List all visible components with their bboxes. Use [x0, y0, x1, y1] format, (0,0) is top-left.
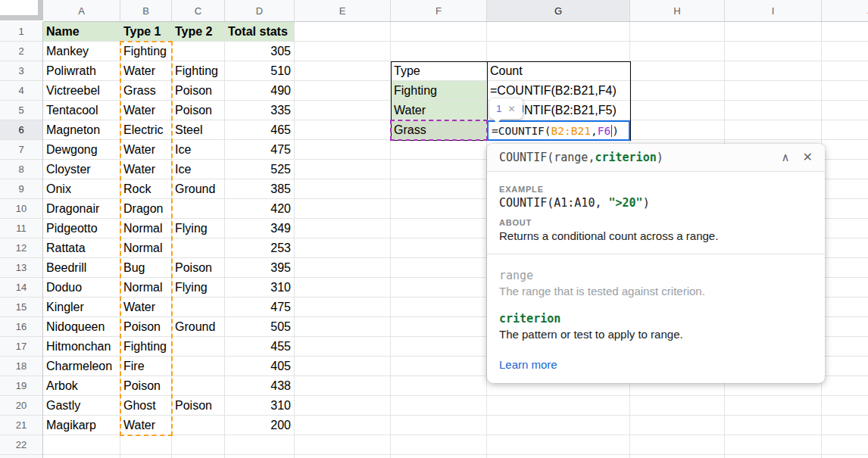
cell-H6[interactable] [630, 120, 725, 140]
cell-B15[interactable]: Water [120, 298, 172, 317]
cell-D6[interactable]: 465 [225, 120, 295, 140]
cell-B22[interactable] [120, 435, 172, 455]
select-all-corner[interactable] [0, 0, 43, 22]
cell-D14[interactable]: 310 [225, 278, 295, 298]
cell-E8[interactable] [295, 160, 391, 179]
cell-F18[interactable] [391, 357, 487, 376]
cell-E22[interactable] [295, 435, 391, 455]
col-header-F[interactable]: F [391, 0, 487, 21]
cell-F15[interactable] [391, 298, 487, 317]
cell-C18[interactable] [172, 357, 225, 376]
cell-F8[interactable] [391, 160, 487, 179]
cell-C1[interactable]: Type 2 [172, 22, 225, 42]
cell-C21[interactable] [172, 416, 225, 435]
cell-C6[interactable]: Steel [172, 120, 225, 140]
cell-C2[interactable] [172, 42, 225, 61]
row-header-5[interactable]: 5 [0, 101, 42, 120]
cell-D1[interactable]: Total stats [225, 22, 295, 42]
row-header-23[interactable] [0, 455, 42, 458]
cell-A6[interactable]: Magneton [43, 120, 120, 140]
cell-E19[interactable] [295, 376, 391, 396]
cell-H20[interactable] [630, 396, 725, 416]
cell-D15[interactable]: 475 [225, 298, 295, 317]
cell-E4[interactable] [295, 81, 391, 101]
cell-B11[interactable]: Normal [120, 219, 172, 238]
row-header-17[interactable]: 17 [0, 337, 42, 357]
cell-C16[interactable]: Ground [172, 317, 225, 337]
cell-A17[interactable]: Hitmonchan [43, 337, 120, 357]
cell-E2[interactable] [295, 42, 391, 61]
cell-J22[interactable] [822, 435, 868, 455]
cell-H23[interactable] [630, 455, 725, 458]
cell-I1[interactable] [725, 22, 822, 42]
cell-C7[interactable]: Ice [172, 140, 225, 160]
cell-F20[interactable] [391, 396, 487, 416]
cell-F17[interactable] [391, 337, 487, 357]
cell-B1[interactable]: Type 1 [120, 22, 172, 42]
cell-B6[interactable]: Electric [120, 120, 172, 140]
cell-E23[interactable] [295, 455, 391, 458]
cell-E13[interactable] [295, 258, 391, 278]
cell-F11[interactable] [391, 219, 487, 238]
row-header-8[interactable]: 8 [0, 160, 42, 179]
cell-J12[interactable] [822, 238, 868, 258]
cell-D11[interactable]: 349 [225, 219, 295, 238]
cell-G3[interactable]: Count [487, 61, 630, 81]
cell-J11[interactable] [822, 219, 868, 238]
cell-I21[interactable] [725, 416, 822, 435]
preview-close-icon[interactable]: ✕ [508, 104, 516, 114]
cell-A12[interactable]: Rattata [43, 238, 120, 258]
cell-F12[interactable] [391, 238, 487, 258]
cell-A5[interactable]: Tentacool [43, 101, 120, 120]
cell-D2[interactable]: 305 [225, 42, 295, 61]
col-header-H[interactable]: H [630, 0, 725, 21]
cell-D23[interactable] [225, 455, 295, 458]
row-header-21[interactable]: 21 [0, 416, 42, 435]
row-header-20[interactable]: 20 [0, 396, 42, 416]
cell-E17[interactable] [295, 337, 391, 357]
row-header-19[interactable]: 19 [0, 376, 42, 396]
cell-E5[interactable] [295, 101, 391, 120]
row-header-7[interactable]: 7 [0, 140, 42, 160]
cell-F16[interactable] [391, 317, 487, 337]
cell-B10[interactable]: Dragon [120, 199, 172, 219]
cell-D18[interactable]: 405 [225, 357, 295, 376]
cell-C11[interactable]: Flying [172, 219, 225, 238]
cell-F23[interactable] [391, 455, 487, 458]
cell-G22[interactable] [487, 435, 630, 455]
cell-H21[interactable] [630, 416, 725, 435]
cell-C15[interactable] [172, 298, 225, 317]
row-header-15[interactable]: 15 [0, 298, 42, 317]
cell-F7[interactable] [391, 140, 487, 160]
cell-D21[interactable]: 200 [225, 416, 295, 435]
cell-C13[interactable]: Poison [172, 258, 225, 278]
cell-A22[interactable] [43, 435, 120, 455]
row-header-9[interactable]: 9 [0, 179, 42, 199]
row-header-10[interactable]: 10 [0, 199, 42, 219]
cell-B17[interactable]: Fighting [120, 337, 172, 357]
row-header-16[interactable]: 16 [0, 317, 42, 337]
cell-F6[interactable]: Grass [391, 120, 487, 140]
cell-C5[interactable]: Poison [172, 101, 225, 120]
cell-J13[interactable] [822, 258, 868, 278]
cell-A8[interactable]: Cloyster [43, 160, 120, 179]
cell-J5[interactable] [822, 101, 868, 120]
cell-A18[interactable]: Charmeleon [43, 357, 120, 376]
cell-H3[interactable] [630, 61, 725, 81]
cell-D12[interactable]: 253 [225, 238, 295, 258]
cell-D3[interactable]: 510 [225, 61, 295, 81]
cell-H22[interactable] [630, 435, 725, 455]
cell-E7[interactable] [295, 140, 391, 160]
cell-J17[interactable] [822, 337, 868, 357]
cell-J4[interactable] [822, 81, 868, 101]
cell-A20[interactable]: Gastly [43, 396, 120, 416]
cell-J16[interactable] [822, 317, 868, 337]
cell-A2[interactable]: Mankey [43, 42, 120, 61]
cell-H5[interactable] [630, 101, 725, 120]
col-header-J[interactable]: J [822, 0, 868, 21]
cell-E12[interactable] [295, 238, 391, 258]
cell-J19[interactable] [822, 376, 868, 396]
row-header-4[interactable]: 4 [0, 81, 42, 101]
cell-J2[interactable] [822, 42, 868, 61]
cell-F19[interactable] [391, 376, 487, 396]
